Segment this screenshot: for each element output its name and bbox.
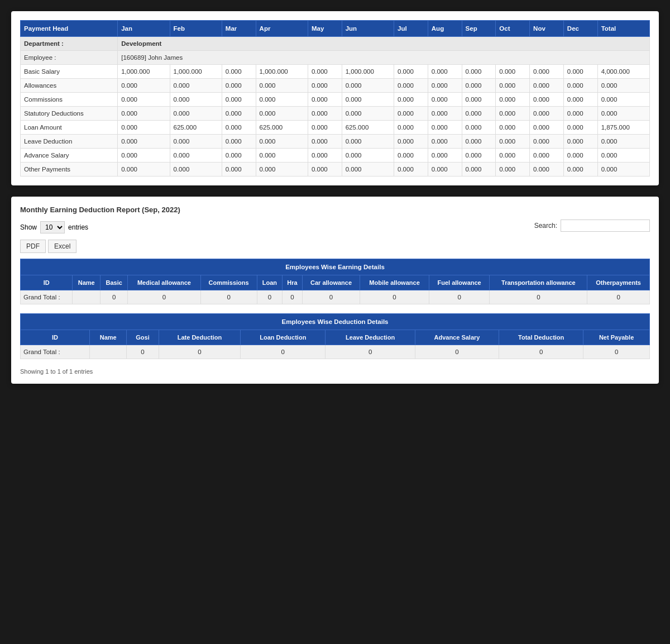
cell-value: 0.000 [597, 135, 649, 149]
cell-value: 0.000 [256, 163, 308, 176]
cell-value: 0.000 [118, 163, 170, 176]
employee-row: Employee :[160689] John James [21, 51, 650, 65]
cell-value: 0.000 [428, 149, 462, 163]
deduction-table: Employees Wise Deduction Details IDNameG… [20, 313, 650, 359]
earning-col-transportation-allowance: Transportation allowance [490, 275, 587, 290]
cell-value: 0.000 [342, 149, 394, 163]
deduction-col-late-deduction: Late Deduction [159, 330, 240, 345]
monthly-report-card: Monthly Earning Deduction Report (Sep, 2… [11, 197, 659, 384]
cell-value: 0.000 [597, 107, 649, 121]
cell-value: 0.000 [256, 149, 308, 163]
table-row: Commissions0.0000.0000.0000.0000.0000.00… [21, 93, 650, 107]
cell-value: 0.000 [308, 163, 342, 176]
col-header-sep: Sep [462, 21, 496, 37]
deduction-col-gosi: Gosi [127, 330, 159, 345]
grand-total-value [73, 290, 100, 304]
col-header-feb: Feb [170, 21, 222, 37]
department-label: Department : [21, 37, 118, 51]
cell-value: 0.000 [394, 121, 428, 135]
cell-value: 0.000 [563, 107, 597, 121]
cell-value: 0.000 [428, 135, 462, 149]
cell-value: 0.000 [308, 121, 342, 135]
pdf-button[interactable]: PDF [20, 240, 46, 253]
cell-value: 1,000.000 [342, 65, 394, 79]
table-header-row: Payment HeadJanFebMarAprMayJunJulAugSepO… [21, 21, 650, 37]
deduction-grand-total-value: 0 [499, 345, 583, 359]
cell-value: 0.000 [222, 79, 256, 93]
export-buttons: PDF Excel [20, 240, 650, 253]
grand-total-value: 0 [100, 290, 128, 304]
cell-value: 0.000 [394, 93, 428, 107]
earning-col-otherpayments: Otherpayments [587, 275, 650, 290]
deduction-col-leave-deduction: Leave Deduction [326, 330, 415, 345]
cell-value: 0.000 [530, 121, 564, 135]
cell-value: 0.000 [530, 149, 564, 163]
cell-value: 0.000 [563, 163, 597, 176]
grand-total-label: Grand Total : [21, 290, 73, 304]
col-header-jun: Jun [342, 21, 394, 37]
deduction-col-id: ID [21, 330, 90, 345]
deduction-grand-total-row: Grand Total :0000000 [21, 345, 650, 359]
table-row: Leave Deduction0.0000.0000.0000.0000.000… [21, 135, 650, 149]
cell-value: 625.000 [170, 121, 222, 135]
cell-value: 0.000 [597, 79, 649, 93]
row-label: Other Payments [21, 163, 118, 176]
entries-select[interactable]: 10 25 50 [40, 221, 65, 233]
search-input[interactable] [561, 220, 650, 232]
col-header-oct: Oct [496, 21, 530, 37]
cell-value: 0.000 [496, 107, 530, 121]
cell-value: 0.000 [428, 79, 462, 93]
excel-button[interactable]: Excel [48, 240, 76, 253]
cell-value: 0.000 [462, 107, 496, 121]
deduction-col-loan-deduction: Loan Deduction [241, 330, 326, 345]
cell-value: 1,000.000 [170, 65, 222, 79]
entries-label: entries [68, 223, 88, 231]
cell-value: 0.000 [222, 135, 256, 149]
cell-value: 0.000 [462, 93, 496, 107]
row-label: Allowances [21, 79, 118, 93]
cell-value: 0.000 [170, 107, 222, 121]
show-entries-control: Show 10 25 50 entries [20, 221, 88, 233]
cell-value: 0.000 [462, 121, 496, 135]
cell-value: 0.000 [308, 107, 342, 121]
grand-total-value: 0 [200, 290, 257, 304]
cell-value: 0.000 [394, 163, 428, 176]
row-label: Leave Deduction [21, 135, 118, 149]
earning-col-id: ID [21, 275, 73, 290]
cell-value: 0.000 [256, 79, 308, 93]
cell-value: 4,000.000 [597, 65, 649, 79]
col-header-payment-head: Payment Head [21, 21, 118, 37]
cell-value: 625.000 [342, 121, 394, 135]
cell-value: 1,000.000 [118, 65, 170, 79]
cell-value: 0.000 [170, 135, 222, 149]
cell-value: 0.000 [597, 163, 649, 176]
cell-value: 0.000 [342, 135, 394, 149]
col-header-mar: Mar [222, 21, 256, 37]
row-label: Statutory Deductions [21, 107, 118, 121]
cell-value: 0.000 [530, 135, 564, 149]
cell-value: 0.000 [342, 93, 394, 107]
cell-value: 0.000 [308, 149, 342, 163]
cell-value: 0.000 [496, 65, 530, 79]
cell-value: 0.000 [394, 135, 428, 149]
cell-value: 0.000 [170, 93, 222, 107]
annual-payment-card: Payment HeadJanFebMarAprMayJunJulAugSepO… [11, 11, 659, 185]
cell-value: 0.000 [118, 149, 170, 163]
earning-col-commissions: Commissions [200, 275, 257, 290]
department-row: Department :Development [21, 37, 650, 51]
earning-table-wrapper: Employees Wise Earning Details IDNameBas… [20, 259, 650, 304]
showing-text: Showing 1 to 1 of 1 entries [20, 368, 650, 375]
cell-value: 0.000 [428, 163, 462, 176]
col-header-jan: Jan [118, 21, 170, 37]
cell-value: 0.000 [394, 107, 428, 121]
department-value: Development [118, 37, 650, 51]
table-row: Allowances0.0000.0000.0000.0000.0000.000… [21, 79, 650, 93]
cell-value: 0.000 [462, 65, 496, 79]
deduction-grand-total-value: 0 [415, 345, 499, 359]
deduction-col-header: IDNameGosiLate DeductionLoan DeductionLe… [21, 330, 650, 345]
cell-value: 0.000 [496, 149, 530, 163]
grand-total-row: Grand Total :0000000000 [21, 290, 650, 304]
show-label: Show [20, 223, 37, 231]
cell-value: 0.000 [428, 121, 462, 135]
cell-value: 625.000 [256, 121, 308, 135]
